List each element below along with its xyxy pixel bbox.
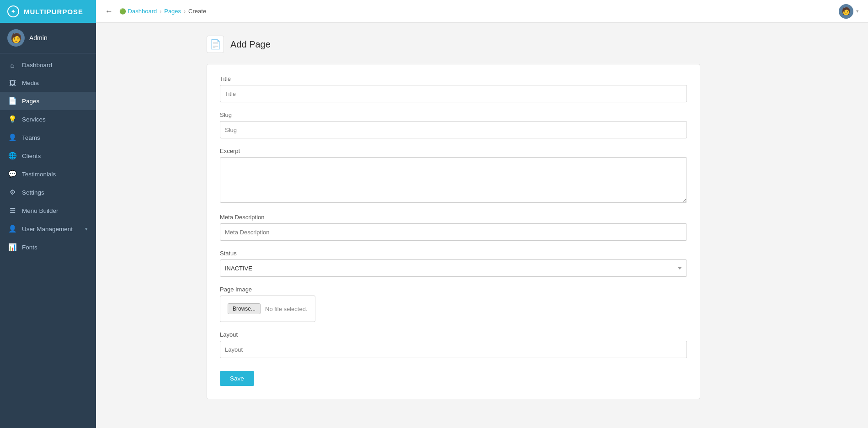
sidebar-item-label: Fonts	[22, 244, 88, 251]
menu-builder-icon: ☰	[8, 206, 16, 215]
meta-description-label: Meta Description	[220, 214, 687, 221]
breadcrumb-dashboard[interactable]: 🟢 Dashboard	[119, 8, 157, 15]
title-input[interactable]	[220, 85, 687, 102]
title-label: Title	[220, 75, 687, 82]
sidebar-item-services[interactable]: 💡 Services	[0, 110, 96, 128]
page-icon: 📄	[207, 36, 224, 53]
breadcrumb: 🟢 Dashboard › Pages › Create	[119, 8, 206, 15]
services-icon: 💡	[8, 115, 16, 123]
breadcrumb-pages[interactable]: Pages	[164, 8, 181, 15]
sidebar-item-label: Pages	[22, 98, 88, 105]
file-name-label: No file selected.	[265, 306, 308, 312]
fonts-icon: 📊	[8, 243, 16, 251]
sidebar-item-label: Settings	[22, 189, 88, 196]
sidebar-item-label: Testimonials	[22, 171, 88, 178]
page-image-group: Page Image Browse... No file selected.	[220, 286, 687, 322]
sidebar-item-pages[interactable]: 📄 Pages	[0, 92, 96, 110]
sidebar-header: ✦ MULTIPURPOSE	[0, 0, 96, 23]
testimonials-icon: 💬	[8, 170, 16, 178]
main-content: 📄 Add Page Title Slug Excerpt Meta Descr…	[192, 23, 868, 428]
title-group: Title	[220, 75, 687, 102]
layout-label: Layout	[220, 331, 687, 338]
status-label: Status	[220, 250, 687, 257]
sidebar-item-teams[interactable]: 👤 Teams	[0, 128, 96, 147]
sidebar-item-testimonials[interactable]: 💬 Testimonials	[0, 165, 96, 183]
sidebar-item-fonts[interactable]: 📊 Fonts	[0, 238, 96, 256]
media-icon: 🖼	[8, 79, 16, 87]
sidebar-item-settings[interactable]: ⚙ Settings	[0, 183, 96, 201]
layout-input[interactable]	[220, 341, 687, 358]
sidebar-item-label: User Management	[22, 226, 80, 232]
sidebar-item-user-management[interactable]: 👤 User Management ▾	[0, 220, 96, 238]
breadcrumb-sep: ›	[184, 8, 186, 15]
sidebar-item-menu-builder[interactable]: ☰ Menu Builder	[0, 201, 96, 220]
pages-icon: 📄	[8, 97, 16, 105]
home-icon: ⌂	[8, 61, 16, 69]
sidebar-item-media[interactable]: 🖼 Media	[0, 74, 96, 92]
sidebar-item-label: Dashboard	[22, 62, 88, 69]
slug-group: Slug	[220, 111, 687, 138]
sidebar-item-clients[interactable]: 🌐 Clients	[0, 147, 96, 165]
meta-description-group: Meta Description	[220, 214, 687, 241]
settings-icon: ⚙	[8, 188, 16, 196]
page-image-label: Page Image	[220, 286, 687, 293]
user-menu-chevron-icon[interactable]: ▾	[856, 8, 859, 14]
status-select[interactable]: INACTIVE ACTIVE	[220, 259, 687, 277]
layout-group: Layout	[220, 331, 687, 358]
excerpt-label: Excerpt	[220, 148, 687, 154]
clients-icon: 🌐	[8, 152, 16, 160]
back-button[interactable]: ←	[105, 7, 113, 16]
chevron-down-icon: ▾	[85, 226, 88, 232]
save-button[interactable]: Save	[220, 371, 254, 386]
topbar-left: ← 🟢 Dashboard › Pages › Create	[105, 7, 206, 16]
page-header: 📄 Add Page	[207, 36, 853, 53]
breadcrumb-sep: ›	[160, 8, 161, 15]
sidebar-item-label: Services	[22, 116, 88, 123]
sidebar-item-label: Clients	[22, 153, 88, 159]
user-management-icon: 👤	[8, 225, 16, 233]
sidebar-item-label: Media	[22, 79, 88, 86]
sidebar: ✦ MULTIPURPOSE 🧑 Admin ⌂ Dashboard 🖼 Med…	[0, 0, 96, 428]
status-group: Status INACTIVE ACTIVE	[220, 250, 687, 277]
excerpt-textarea[interactable]	[220, 157, 687, 203]
app-title: MULTIPURPOSE	[24, 8, 83, 16]
teams-icon: 👤	[8, 133, 16, 142]
sidebar-user: 🧑 Admin	[0, 23, 96, 53]
sidebar-item-dashboard[interactable]: ⌂ Dashboard	[0, 56, 96, 74]
sidebar-item-label: Teams	[22, 134, 88, 141]
excerpt-group: Excerpt	[220, 148, 687, 205]
slug-input[interactable]	[220, 121, 687, 138]
page-title: Add Page	[230, 39, 271, 50]
topbar-user-area: 🧑 ▾	[839, 4, 859, 19]
status-select-wrapper: INACTIVE ACTIVE	[220, 259, 687, 277]
sidebar-item-label: Menu Builder	[22, 207, 88, 214]
username: Admin	[29, 34, 48, 42]
browse-button[interactable]: Browse...	[228, 303, 261, 314]
form-card: Title Slug Excerpt Meta Description Stat…	[207, 64, 700, 399]
slug-label: Slug	[220, 111, 687, 118]
logo-icon: ✦	[7, 5, 19, 17]
topbar: ← 🟢 Dashboard › Pages › Create 🧑 ▾	[96, 0, 868, 23]
breadcrumb-current: Create	[188, 8, 206, 15]
file-input-area: Browse... No file selected.	[220, 296, 315, 322]
sidebar-nav: ⌂ Dashboard 🖼 Media 📄 Pages 💡 Services 👤…	[0, 53, 96, 428]
avatar: 🧑	[7, 29, 25, 47]
meta-description-input[interactable]	[220, 223, 687, 241]
topbar-avatar[interactable]: 🧑	[839, 4, 853, 19]
